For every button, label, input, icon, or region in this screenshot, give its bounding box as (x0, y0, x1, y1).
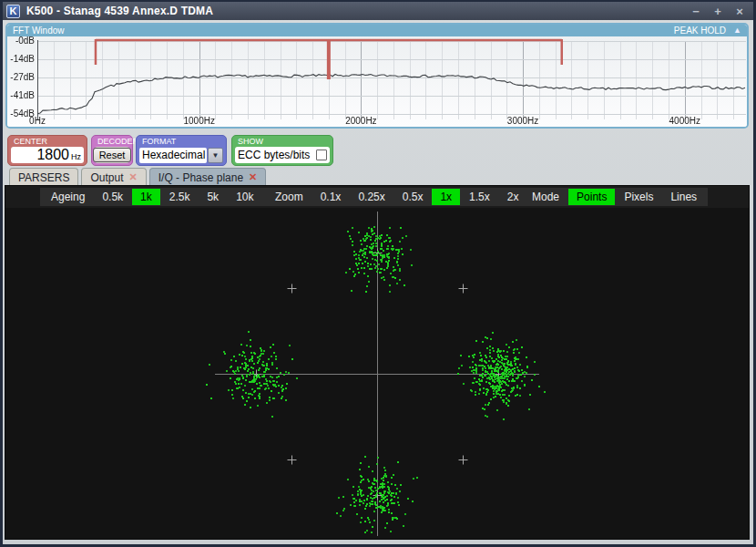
minimize-icon[interactable]: − (690, 5, 702, 18)
ageing-option-1k[interactable]: 1k (132, 189, 160, 205)
toolbar-group-label: Mode (524, 191, 567, 203)
tab-parsers[interactable]: PARSERS (9, 168, 78, 186)
zoom-option-1-5x[interactable]: 1.5x (461, 189, 498, 205)
fft-y-tick: -27dB (7, 73, 35, 82)
decoder-group-label: DECODER (95, 137, 129, 147)
format-group-body: Hexadecimal ▼ (139, 147, 223, 163)
center-frequency-unit: Hz (71, 152, 81, 163)
fft-x-tick: 2000Hz (345, 116, 376, 126)
fft-header: FFT Window PEAK HOLD ▲ (7, 25, 747, 36)
collapse-triangle-icon[interactable]: ▲ (733, 25, 741, 36)
ageing-option-2-5k[interactable]: 2.5k (161, 189, 199, 205)
phase-plane-toolbar: Ageing0.5k1k2.5k5k10k15kZoom0.1x0.25x0.5… (5, 186, 749, 208)
tab-output[interactable]: Output✕ (81, 168, 146, 186)
tab-bar: PARSERSOutput✕I/Q - Phase plane✕ (9, 167, 266, 186)
phase-plane-panel: Ageing0.5k1k2.5k5k10k15kZoom0.1x0.25x0.5… (5, 186, 749, 539)
tab-label: Output (90, 171, 123, 184)
fft-x-tick: 0Hz (29, 116, 46, 126)
center-group-label: CENTER (11, 137, 84, 147)
title-bar: K K500 - Stanag 4539 Annex.D TDMA − + × (3, 2, 753, 20)
fft-spectrum-canvas[interactable] (7, 36, 747, 127)
format-dropdown[interactable]: Hexadecimal (139, 148, 207, 163)
app-window: K K500 - Stanag 4539 Annex.D TDMA − + × … (0, 0, 756, 547)
fft-y-tick: -41dB (7, 91, 35, 100)
fft-plot-area: -0dB-14dB-27dB-41dB-54dB 0Hz1000Hz2000Hz… (7, 36, 747, 127)
close-icon[interactable]: × (733, 5, 746, 18)
fft-y-tick: -14dB (7, 55, 35, 64)
ageing-option-5k[interactable]: 5k (199, 189, 227, 205)
toolbar-group-ageing: Ageing0.5k1k2.5k5k10k15k (40, 188, 300, 206)
mode-option-points[interactable]: Points (568, 189, 615, 205)
toolbar-group-label: Zoom (267, 191, 312, 203)
center-frequency-field[interactable]: 1800 Hz (11, 147, 84, 163)
dropdown-arrow-button[interactable]: ▼ (208, 148, 223, 163)
toolbar-group-zoom: Zoom0.1x0.25x0.5x1x1.5x2x (264, 188, 529, 206)
zoom-option-0-1x[interactable]: 0.1x (312, 189, 350, 205)
tab-label: PARSERS (18, 171, 69, 184)
constellation-canvas[interactable] (5, 208, 749, 539)
fft-window-panel: FFT Window PEAK HOLD ▲ -0dB-14dB-27dB-41… (5, 23, 749, 129)
toolbar-group-label: Ageing (43, 191, 93, 203)
show-group-label: SHOW (235, 137, 330, 147)
app-icon: K (6, 5, 20, 18)
fft-x-tick: 1000Hz (183, 116, 214, 126)
format-group-label: FORMAT (139, 137, 223, 147)
reset-button[interactable]: Reset (93, 148, 132, 162)
ecc-checkbox[interactable] (316, 150, 327, 160)
window-content: FFT Window PEAK HOLD ▲ -0dB-14dB-27dB-41… (3, 20, 753, 544)
zoom-option-0-5x[interactable]: 0.5x (394, 189, 432, 205)
center-frequency-group: CENTER 1800 Hz (7, 135, 87, 166)
fft-y-tick: -0dB (7, 36, 35, 46)
ecc-option-label: ECC bytes/bits (238, 149, 310, 161)
mode-option-pixels[interactable]: Pixels (616, 189, 661, 205)
zoom-option-1x[interactable]: 1x (432, 189, 460, 205)
show-group-body: ECC bytes/bits (235, 147, 330, 163)
show-group: SHOW ECC bytes/bits (231, 135, 333, 166)
maximize-icon[interactable]: + (711, 5, 724, 18)
format-group: FORMAT Hexadecimal ▼ (136, 135, 227, 166)
fft-x-tick: 4000Hz (669, 116, 700, 126)
tab-close-icon[interactable]: ✕ (129, 171, 138, 183)
ageing-option-0-5k[interactable]: 0.5k (94, 189, 131, 205)
decoder-group-body: Reset (95, 147, 129, 163)
fft-x-tick: 3000Hz (507, 116, 538, 126)
window-controls: − + × (690, 2, 746, 20)
window-title: K500 - Stanag 4539 Annex.D TDMA (26, 5, 213, 17)
center-frequency-value: 1800 (36, 148, 69, 162)
tab-label: I/Q - Phase plane (158, 171, 243, 184)
chevron-down-icon: ▼ (212, 151, 220, 160)
mode-option-lines[interactable]: Lines (662, 189, 705, 205)
ageing-option-10k[interactable]: 10k (228, 189, 261, 205)
tab-close-icon[interactable]: ✕ (249, 171, 257, 183)
peak-hold-toggle[interactable]: PEAK HOLD (674, 25, 726, 36)
zoom-option-0-25x[interactable]: 0.25x (350, 189, 393, 205)
tab-i-q-phase-plane[interactable]: I/Q - Phase plane✕ (149, 168, 267, 186)
decoder-group: DECODER Reset (91, 135, 133, 166)
toolbar-group-mode: ModePointsPixelsLines (521, 188, 708, 206)
